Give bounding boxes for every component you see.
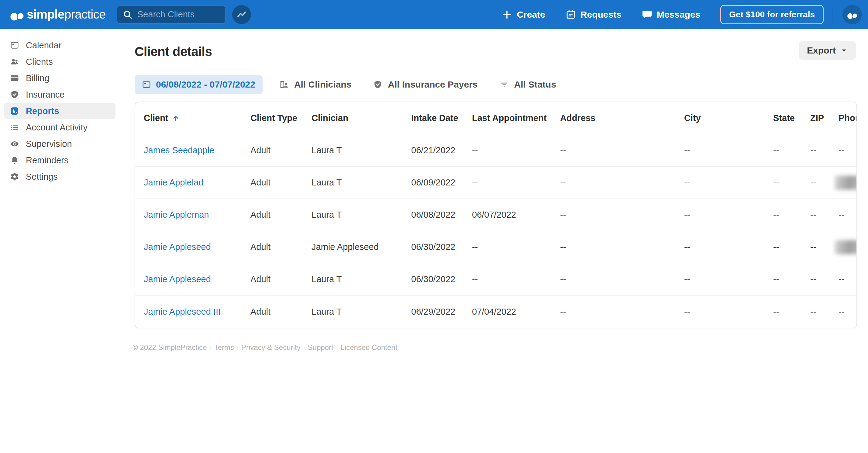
sidebar-item-reports[interactable]: Reports: [4, 103, 116, 119]
clinicians-icon: [280, 80, 289, 89]
sidebar-item-settings[interactable]: Settings: [4, 169, 116, 185]
sidebar-item-clients[interactable]: Clients: [4, 54, 116, 70]
insights-button[interactable]: [232, 5, 251, 24]
table-cell-client-type: Adult: [250, 145, 312, 155]
column-header-label: Phone: [839, 113, 857, 123]
page-footer: © 2022 SimplePractice·Terms·Privacy & Se…: [132, 343, 397, 352]
column-header-label: Clinician: [312, 113, 348, 123]
topnav-requests-button[interactable]: Requests: [565, 9, 622, 20]
client-name-link[interactable]: James Seedapple: [144, 145, 250, 155]
sidebar-item-label: Billing: [26, 73, 49, 83]
footer-separator: ·: [303, 343, 305, 352]
table-cell-intake-date: 06/09/2022: [411, 178, 472, 188]
table-cell-phone: --: [839, 274, 857, 284]
column-header-phone[interactable]: Phone: [839, 113, 857, 123]
client-details-table: ClientClient TypeClinicianIntake DateLas…: [135, 101, 857, 328]
column-header-clinician[interactable]: Clinician: [312, 113, 411, 123]
table-cell-last-appointment: --: [472, 178, 560, 188]
account-avatar[interactable]: [842, 5, 862, 24]
filter-all-clinicians[interactable]: All Clinicians: [280, 79, 351, 90]
topnav-create-button[interactable]: Create: [501, 9, 545, 20]
table-cell-state: --: [773, 307, 810, 317]
table-cell-clinician: Laura T: [312, 210, 411, 220]
table-row: James SeedappleAdultLaura T06/21/2022---…: [135, 134, 857, 167]
sidebar-item-reminders[interactable]: Reminders: [4, 152, 116, 169]
table-cell-phone: --: [839, 307, 857, 317]
clients-icon: [10, 57, 19, 66]
table-row: Jamie ApplemanAdultLaura T06/08/202206/0…: [135, 199, 857, 231]
referral-button[interactable]: Get $100 for referrals: [720, 5, 824, 24]
filter-06-08-2022-07-07-2022[interactable]: 06/08/2022 - 07/07/2022: [135, 75, 262, 94]
table-cell-phone: --: [839, 210, 857, 220]
topnav-label: Requests: [581, 9, 622, 20]
table-cell-city: --: [684, 307, 773, 317]
client-name-link[interactable]: Jamie Appleseed: [144, 242, 250, 252]
client-name-link[interactable]: Jamie Appleseed III: [144, 307, 250, 317]
client-search[interactable]: [117, 5, 225, 24]
table-cell-phone: [839, 240, 857, 254]
sidebar-item-billing[interactable]: Billing: [4, 70, 116, 86]
client-name-link[interactable]: Jamie Appleman: [144, 210, 250, 220]
filter-all-status[interactable]: All Status: [500, 79, 556, 90]
sidebar-item-label: Clients: [26, 57, 53, 67]
sidebar-item-label: Reports: [26, 106, 59, 116]
footer-link-terms[interactable]: Terms: [214, 343, 234, 352]
page-title: Client details: [135, 44, 212, 59]
gear-icon: [10, 172, 19, 181]
table-cell-clinician: Jamie Appleseed: [312, 242, 411, 252]
copyright-text: © 2022 SimplePractice: [132, 343, 207, 352]
messages-icon: [642, 9, 657, 20]
column-header-last-appointment[interactable]: Last Appointment: [472, 113, 560, 123]
footer-link-privacy-security[interactable]: Privacy & Security: [241, 343, 301, 352]
table-cell-state: --: [773, 210, 810, 220]
column-header-city[interactable]: City: [684, 113, 773, 123]
column-header-address[interactable]: Address: [560, 113, 684, 123]
filter-bar: 06/08/2022 - 07/07/2022All CliniciansAll…: [135, 75, 578, 94]
table-cell-zip: --: [810, 178, 839, 188]
sidebar-item-insurance[interactable]: Insurance: [4, 86, 116, 103]
simplepractice-logo[interactable]: simplepractice: [9, 7, 106, 23]
table-cell-last-appointment: --: [472, 242, 560, 252]
main-content: Client details Export 06/08/2022 - 07/07…: [120, 29, 868, 453]
sidebar-item-calendar[interactable]: Calendar: [4, 37, 116, 54]
table-cell-city: --: [684, 178, 773, 188]
filter-label: All Status: [514, 79, 556, 90]
table-cell-client-type: Adult: [250, 242, 312, 252]
sidebar-item-label: Account Activity: [26, 123, 88, 132]
footer-link-support[interactable]: Support: [308, 343, 333, 352]
table-cell-client-type: Adult: [250, 307, 312, 317]
export-label: Export: [807, 45, 836, 56]
sidebar-item-label: Settings: [26, 172, 58, 182]
column-header-intake-date[interactable]: Intake Date: [411, 113, 472, 123]
footer-link-licensed-content[interactable]: Licensed Content: [341, 343, 398, 352]
table-row: Jamie AppleladAdultLaura T06/09/2022----…: [135, 167, 857, 199]
topnav-messages-button[interactable]: Messages: [642, 9, 700, 20]
table-cell-address: --: [560, 210, 684, 220]
column-header-client-type[interactable]: Client Type: [250, 113, 312, 123]
chevron-down-icon: [840, 47, 848, 54]
sidebar-item-supervision[interactable]: Supervision: [4, 135, 116, 152]
redacted-phone-value: [835, 240, 857, 254]
trend-line-icon: [236, 9, 247, 20]
table-cell-zip: --: [810, 307, 839, 317]
table-header-row: ClientClient TypeClinicianIntake DateLas…: [135, 102, 857, 134]
column-header-state[interactable]: State: [773, 113, 810, 123]
sidebar-item-account-activity[interactable]: Account Activity: [4, 119, 116, 135]
sidebar-item-label: Insurance: [26, 90, 64, 100]
table-cell-state: --: [773, 242, 810, 252]
table-cell-intake-date: 06/30/2022: [411, 274, 472, 284]
filter-label: All Clinicians: [294, 79, 351, 90]
bar-chart-icon: [10, 107, 19, 116]
sidebar-navigation: CalendarClientsBillingInsuranceReportsAc…: [0, 29, 120, 453]
column-header-client[interactable]: Client: [144, 113, 250, 123]
filter-all-insurance-payers[interactable]: All Insurance Payers: [373, 79, 477, 90]
client-name-link[interactable]: Jamie Applelad: [144, 178, 250, 188]
butterfly-icon: [9, 7, 25, 23]
export-button[interactable]: Export: [799, 41, 856, 60]
table-cell-last-appointment: 06/07/2022: [472, 210, 560, 220]
search-icon: [123, 10, 132, 20]
table-cell-clinician: Laura T: [312, 145, 411, 155]
column-header-zip[interactable]: ZIP: [810, 113, 839, 123]
topnav-label: Messages: [657, 9, 700, 20]
client-name-link[interactable]: Jamie Appleseed: [144, 274, 250, 284]
